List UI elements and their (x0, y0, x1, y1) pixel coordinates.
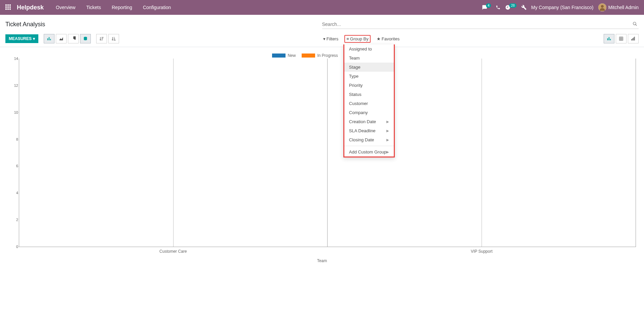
brand[interactable]: Helpdesk (17, 4, 44, 11)
svg-rect-24 (631, 39, 632, 40)
svg-rect-27 (634, 37, 635, 40)
y-tick: 4 (8, 191, 18, 195)
bar-chart-button[interactable] (44, 34, 54, 43)
filters-label: Filters (327, 36, 338, 41)
chart-legend: NewIn ProgressSolved (5, 50, 639, 59)
pivot-view-button[interactable] (616, 34, 627, 43)
chevron-right-icon: ▶ (386, 138, 389, 142)
search-icon[interactable] (631, 22, 639, 27)
control-panel: Ticket Analysis MEASURES ▾ ▾ Filters (0, 15, 644, 47)
groupby-item-label: Team (349, 56, 360, 61)
svg-rect-18 (610, 39, 611, 40)
debug-icon[interactable] (521, 5, 527, 10)
groupby-dropdown: Assigned toTeamStageTypePriorityStatusCu… (343, 44, 395, 157)
graph-view-button[interactable] (604, 34, 614, 43)
groupby-item-label: Assigned to (349, 46, 372, 51)
chat-badge: 4 (486, 3, 491, 8)
sort-asc-button[interactable] (108, 34, 119, 43)
favorites-label: Favorites (382, 36, 400, 41)
chart-plot: 02468101214 (19, 59, 636, 247)
filter-icon: ▾ (323, 36, 326, 41)
stacked-button[interactable] (80, 34, 91, 43)
x-tick-label: VIP Support (328, 247, 636, 254)
legend-item-in-progress[interactable]: In Progress (302, 53, 338, 58)
svg-rect-4 (47, 38, 48, 40)
list-icon: ≡ (346, 36, 349, 41)
x-tick-label: Customer Care (19, 247, 328, 254)
nav-configuration[interactable]: Configuration (140, 5, 174, 10)
groupby-item-creation-date[interactable]: Creation Date▶ (344, 117, 394, 126)
svg-rect-26 (633, 38, 634, 41)
cohort-view-button[interactable] (628, 34, 639, 43)
y-tick: 14 (8, 57, 18, 61)
company-switcher[interactable]: My Company (San Francisco) (531, 5, 594, 10)
sort-desc-button[interactable] (96, 34, 107, 43)
svg-rect-5 (49, 37, 49, 40)
activities-icon[interactable]: 28 (505, 5, 516, 10)
apps-icon[interactable] (5, 4, 11, 10)
y-tick: 10 (8, 110, 18, 114)
chevron-right-icon: ▶ (386, 120, 389, 124)
groupby-item-label: Type (349, 74, 358, 79)
groupby-item-label: Closing Date (349, 137, 374, 142)
nav-overview[interactable]: Overview (53, 5, 78, 10)
groupby-item-stage[interactable]: Stage (344, 63, 394, 72)
groupby-item-label: Customer (349, 101, 368, 106)
svg-rect-6 (50, 39, 51, 40)
y-tick: 2 (8, 218, 18, 222)
filters-button[interactable]: ▾ Filters (321, 35, 340, 43)
messaging-icon[interactable]: 4 (482, 5, 491, 10)
search-input[interactable] (322, 22, 632, 27)
nav-tickets[interactable]: Tickets (83, 5, 104, 10)
groupby-item-company[interactable]: Company (344, 108, 394, 117)
user-name: Mitchell Admin (608, 5, 639, 10)
svg-point-2 (633, 22, 636, 25)
star-icon: ★ (377, 36, 381, 41)
svg-rect-16 (607, 38, 608, 40)
groupby-item-label: Creation Date (349, 119, 376, 124)
x-axis-label: Team (5, 254, 639, 263)
groupby-item-label: Priority (349, 83, 363, 88)
chart-category (19, 59, 327, 247)
favorites-button[interactable]: ★ Favorites (375, 35, 402, 43)
user-menu[interactable]: Mitchell Admin (598, 3, 639, 11)
groupby-item-type[interactable]: Type (344, 72, 394, 81)
page-title: Ticket Analysis (5, 17, 45, 31)
y-tick: 8 (8, 137, 18, 141)
legend-label: In Progress (317, 53, 338, 58)
legend-label: New (288, 53, 296, 58)
groupby-item-assigned-to[interactable]: Assigned to (344, 44, 394, 54)
groupby-item-priority[interactable]: Priority (344, 81, 394, 90)
activity-badge: 28 (509, 3, 516, 8)
measures-label: MEASURES (9, 36, 32, 41)
svg-rect-19 (619, 37, 623, 41)
search-wrap (322, 20, 639, 29)
svg-rect-25 (632, 38, 633, 40)
groupby-item-sla-deadline[interactable]: SLA Deadline▶ (344, 126, 394, 135)
chart-container: NewIn ProgressSolved Count 02468101214 C… (0, 47, 644, 277)
caret-down-icon: ▾ (33, 36, 35, 41)
groupby-button[interactable]: ≡ Group By (344, 35, 371, 43)
y-tick: 6 (8, 164, 18, 168)
groupby-item-closing-date[interactable]: Closing Date▶ (344, 135, 394, 144)
navbar: Helpdesk Overview Tickets Reporting Conf… (0, 0, 644, 15)
line-chart-button[interactable] (56, 34, 67, 43)
groupby-item-label: Status (349, 92, 362, 97)
groupby-item-label: SLA Deadline (349, 128, 376, 133)
measures-button[interactable]: MEASURES ▾ (5, 34, 38, 43)
nav-reporting[interactable]: Reporting (109, 5, 135, 10)
groupby-add-custom[interactable]: Add Custom Group ▶ (344, 147, 394, 156)
phone-icon[interactable] (496, 5, 500, 10)
groupby-item-team[interactable]: Team (344, 54, 394, 63)
groupby-custom-label: Add Custom Group (349, 149, 386, 154)
y-tick: 12 (8, 83, 18, 87)
groupby-item-customer[interactable]: Customer (344, 99, 394, 108)
chevron-right-icon: ▶ (386, 129, 389, 133)
legend-item-new[interactable]: New (272, 53, 296, 58)
chevron-right-icon: ▶ (386, 150, 389, 154)
y-tick: 0 (8, 245, 18, 249)
groupby-item-status[interactable]: Status (344, 90, 394, 99)
svg-point-1 (601, 5, 604, 8)
groupby-item-label: Stage (349, 65, 361, 70)
pie-chart-button[interactable] (68, 34, 79, 43)
